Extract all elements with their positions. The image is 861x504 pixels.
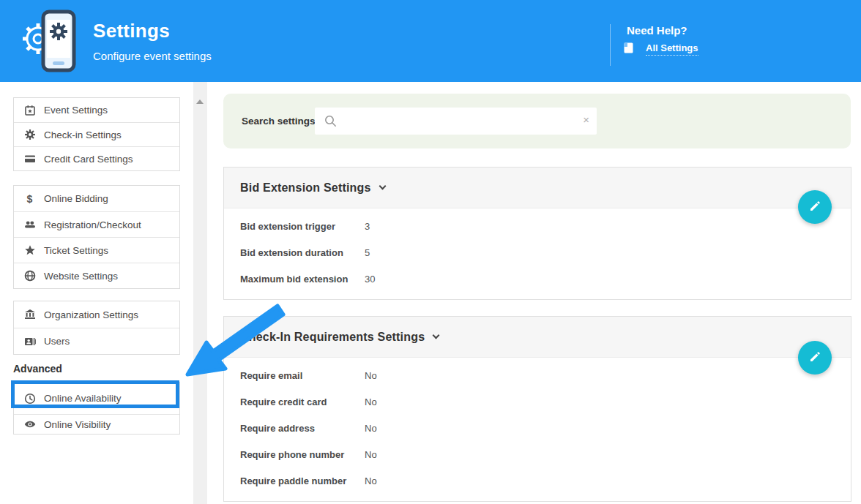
scroll-up-arrow-icon[interactable] bbox=[196, 99, 204, 104]
setting-value: No bbox=[365, 370, 377, 381]
setting-value: No bbox=[365, 396, 377, 407]
setting-label: Require paddle number bbox=[240, 475, 365, 486]
search-icon bbox=[324, 115, 337, 130]
page-subtitle: Configure event settings bbox=[93, 50, 212, 62]
advanced-section-label: Advanced bbox=[13, 363, 62, 375]
dollar-icon: $ bbox=[23, 193, 36, 205]
card-header-checkin-requirements[interactable]: Check-In Requirements Settings bbox=[224, 317, 851, 358]
setting-label: Maximum bid extension bbox=[240, 274, 365, 285]
setting-row: Bid extension duration 5 bbox=[224, 239, 851, 266]
sidebar-item-label: Credit Card Settings bbox=[44, 154, 133, 165]
sidebar-item-checkin-settings[interactable]: Check-in Settings bbox=[14, 122, 179, 146]
pencil-icon bbox=[808, 199, 822, 216]
setting-row: Require address No bbox=[224, 415, 851, 441]
sidebar-item-label: Online Visibility bbox=[44, 419, 111, 430]
sidebar-group-bidding: $ Online Bidding Registration/Checkout bbox=[13, 185, 180, 289]
card-title: Check-In Requirements Settings bbox=[240, 331, 425, 344]
clock-icon bbox=[23, 393, 36, 405]
sidebar-item-label: Ticket Settings bbox=[44, 245, 108, 256]
clear-search-icon[interactable]: × bbox=[583, 113, 589, 126]
sidebar-item-credit-card-settings[interactable]: Credit Card Settings bbox=[14, 146, 179, 170]
sidebar-item-online-availability[interactable]: Online Availability bbox=[14, 383, 179, 414]
sidebar-group-organization: Organization Settings Users bbox=[13, 301, 180, 355]
bank-icon bbox=[23, 309, 36, 320]
sidebar-item-label: Check-in Settings bbox=[44, 129, 122, 140]
search-label: Search settings: bbox=[242, 94, 318, 148]
gear-icon bbox=[23, 129, 36, 140]
sidebar-item-label: Registration/Checkout bbox=[44, 219, 141, 230]
setting-value: No bbox=[365, 449, 377, 460]
star-icon bbox=[23, 244, 36, 256]
search-panel: Search settings: × bbox=[223, 94, 851, 148]
sidebar-item-label: Organization Settings bbox=[44, 309, 138, 320]
search-box: × bbox=[315, 108, 597, 135]
all-settings-link[interactable]: All Settings bbox=[646, 42, 698, 56]
setting-value: 3 bbox=[365, 221, 370, 232]
sidebar-item-users[interactable]: Users bbox=[14, 328, 179, 354]
page-header: Settings Configure event settings Need H… bbox=[0, 0, 861, 82]
setting-row: Require phone number No bbox=[224, 441, 851, 467]
setting-value: 5 bbox=[365, 247, 370, 258]
page-title: Settings bbox=[93, 20, 170, 42]
sidebar-item-website-settings[interactable]: Website Settings bbox=[14, 263, 179, 288]
settings-page: Settings Configure event settings Need H… bbox=[0, 0, 861, 504]
setting-label: Require phone number bbox=[240, 449, 365, 460]
setting-label: Require address bbox=[240, 423, 365, 434]
globe-icon bbox=[23, 270, 36, 282]
card-header-bid-extension[interactable]: Bid Extension Settings bbox=[224, 168, 851, 208]
setting-value: No bbox=[365, 423, 377, 434]
sidebar-item-label: Online Bidding bbox=[44, 193, 108, 204]
sidebar-item-label: Online Availability bbox=[44, 393, 122, 404]
header-divider bbox=[610, 24, 611, 66]
sidebar-item-online-bidding[interactable]: $ Online Bidding bbox=[14, 186, 179, 211]
bid-extension-settings-card: Bid Extension Settings Bid extension tri… bbox=[223, 167, 851, 300]
phone-gear-icon bbox=[20, 8, 76, 77]
sidebar-item-event-settings[interactable]: Event Settings bbox=[14, 98, 179, 122]
sidebar-item-label: Event Settings bbox=[44, 105, 108, 116]
need-help-label: Need Help? bbox=[627, 24, 687, 37]
sidebar-item-organization-settings[interactable]: Organization Settings bbox=[14, 301, 179, 328]
checkin-requirements-settings-card: Check-In Requirements Settings Require e… bbox=[223, 316, 851, 502]
edit-checkin-requirements-button[interactable] bbox=[798, 341, 832, 375]
sidebar-item-label: Users bbox=[44, 336, 70, 347]
sidebar-scrollbar[interactable] bbox=[193, 82, 207, 504]
card-rows: Bid extension trigger 3 Bid extension du… bbox=[224, 208, 851, 292]
calendar-icon bbox=[23, 105, 36, 116]
sidebar-group-event: Event Settings Check-in Settings bbox=[13, 97, 180, 171]
contacts-icon bbox=[23, 336, 36, 347]
sidebar-item-label: Website Settings bbox=[44, 271, 118, 282]
card-rows: Require email No Require credit card No … bbox=[224, 358, 851, 494]
setting-row: Bid extension trigger 3 bbox=[224, 213, 851, 239]
search-input[interactable] bbox=[344, 108, 575, 135]
sidebar-group-advanced: Online Availability Online Visibility bbox=[13, 382, 180, 435]
setting-label: Require credit card bbox=[240, 396, 365, 407]
setting-row: Require paddle number No bbox=[224, 467, 851, 494]
card-title: Bid Extension Settings bbox=[240, 181, 371, 195]
setting-row: Require credit card No bbox=[224, 388, 851, 415]
chevron-down-icon bbox=[433, 332, 440, 339]
book-icon bbox=[624, 42, 633, 56]
pencil-icon bbox=[808, 350, 822, 366]
setting-row: Maximum bid extension 30 bbox=[224, 266, 851, 292]
sidebar-item-registration-checkout[interactable]: Registration/Checkout bbox=[14, 211, 179, 237]
sidebar-item-ticket-settings[interactable]: Ticket Settings bbox=[14, 237, 179, 263]
eye-icon bbox=[23, 418, 36, 430]
chevron-down-icon bbox=[379, 183, 386, 190]
sidebar-item-online-visibility[interactable]: Online Visibility bbox=[14, 414, 179, 434]
setting-value: No bbox=[365, 475, 377, 486]
setting-value: 30 bbox=[365, 274, 375, 285]
setting-label: Bid extension duration bbox=[240, 247, 365, 258]
people-icon bbox=[23, 219, 36, 230]
credit-card-icon bbox=[23, 153, 36, 165]
setting-row: Require email No bbox=[224, 362, 851, 388]
setting-label: Require email bbox=[240, 370, 365, 381]
edit-bid-extension-button[interactable] bbox=[798, 190, 832, 224]
setting-label: Bid extension trigger bbox=[240, 221, 365, 232]
